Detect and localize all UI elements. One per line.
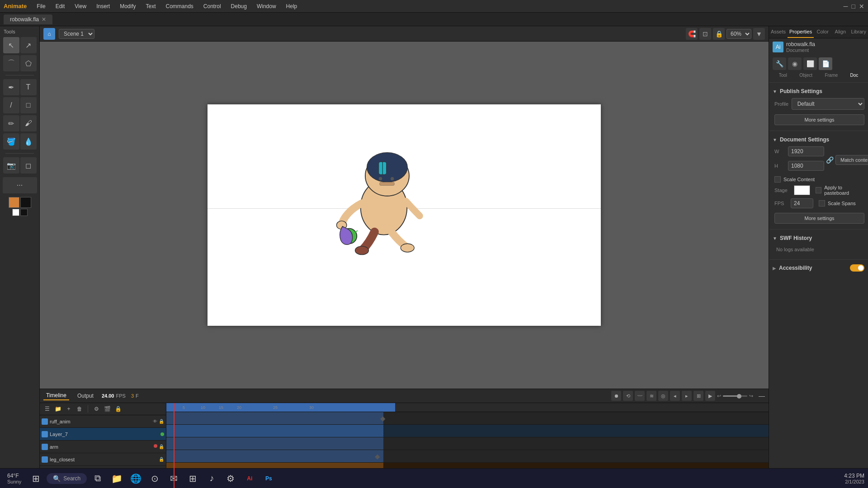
vis-icon-ruff[interactable]: 👁: [153, 419, 157, 424]
swf-history-header[interactable]: ▼ SWF History: [773, 235, 864, 241]
align-tab[interactable]: Align: [831, 26, 849, 38]
minimize-btn[interactable]: ─: [844, 3, 848, 10]
match-contents-btn[interactable]: Match contents: [835, 155, 868, 165]
layer-leg-closest[interactable]: leg_closest 🔒: [40, 453, 166, 466]
menu-help[interactable]: Help: [282, 2, 302, 10]
doc-settings-header[interactable]: ▼ Document Settings: [773, 136, 864, 143]
zoom-select[interactable]: 60%: [726, 29, 751, 39]
assets-tab[interactable]: Assets: [769, 26, 788, 38]
menu-insert[interactable]: Insert: [92, 2, 114, 10]
text-tool[interactable]: T: [20, 79, 37, 95]
width-input[interactable]: [788, 146, 824, 156]
eraser-tool[interactable]: ◻: [20, 157, 37, 174]
menu-window[interactable]: Window: [252, 2, 281, 10]
search-bar[interactable]: 🔍 Search: [47, 473, 87, 484]
add-folder-btn[interactable]: 📁: [53, 404, 62, 413]
publish-more-settings-btn[interactable]: More settings: [774, 114, 864, 125]
frame-tab[interactable]: ⬜: [803, 57, 817, 70]
more-tools[interactable]: ···: [3, 177, 37, 193]
lock-icon-arm[interactable]: 🔒: [159, 444, 164, 449]
eyedrop-tool[interactable]: 💧: [20, 133, 37, 150]
tl-ripple-btn[interactable]: ≋: [646, 391, 656, 401]
chrome-btn[interactable]: ⊙: [146, 470, 163, 487]
polygon-tool[interactable]: ⬠: [20, 55, 37, 71]
browser-btn[interactable]: 🌐: [127, 470, 144, 487]
apply-pasteboard-cb[interactable]: [816, 187, 821, 193]
doc-tab[interactable]: 📄: [819, 57, 832, 70]
lock-icon-leg[interactable]: 🔒: [159, 457, 164, 462]
close-btn[interactable]: ✕: [859, 3, 864, 10]
layer-layer7[interactable]: Layer_7: [40, 428, 166, 441]
timeline-tab[interactable]: Timeline: [43, 391, 69, 400]
tl-loop-btn[interactable]: ⟲: [623, 391, 633, 401]
pen-tool[interactable]: ✒: [3, 79, 19, 95]
playhead[interactable]: [174, 403, 175, 488]
tab-close-btn[interactable]: ✕: [42, 16, 46, 23]
scale-content-cb[interactable]: [774, 176, 781, 183]
properties-tab[interactable]: Properties: [788, 26, 814, 38]
menu-commands[interactable]: Commands: [161, 2, 198, 10]
height-input[interactable]: [788, 161, 824, 171]
profile-select[interactable]: Default: [792, 98, 864, 110]
menu-view[interactable]: View: [70, 2, 91, 10]
brush-tool[interactable]: 🖌: [20, 115, 37, 131]
camera-tool[interactable]: 📷: [3, 157, 19, 174]
settings-btn[interactable]: ⚙: [222, 470, 239, 487]
tl-play-btn[interactable]: ▶: [705, 391, 715, 401]
delete-layer-btn[interactable]: 🗑: [75, 404, 84, 413]
fit-btn[interactable]: ⊡: [699, 28, 711, 40]
tool-tab[interactable]: 🔧: [773, 57, 786, 70]
black-swatch[interactable]: [20, 209, 28, 216]
apps-btn[interactable]: ⊞: [184, 470, 201, 487]
tl-fwd-btn[interactable]: ▸: [682, 391, 692, 401]
start-btn[interactable]: ⊞: [28, 470, 44, 487]
zoom-slider[interactable]: [723, 395, 747, 397]
scene-selector[interactable]: Scene 1: [59, 29, 94, 39]
menu-debug[interactable]: Debug: [226, 2, 251, 10]
menu-modify[interactable]: Modify: [115, 2, 140, 10]
layer-ruff-anim[interactable]: ruff_anim 👁 🔒: [40, 415, 166, 428]
accessibility-section[interactable]: ▶ Accessibility: [769, 262, 868, 274]
tl-record-btn[interactable]: ⏺: [611, 391, 621, 401]
undo-icon[interactable]: ↩: [717, 393, 721, 399]
lock-btn[interactable]: 🔒: [713, 28, 725, 40]
pencil-tool[interactable]: ✏: [3, 115, 19, 131]
library-tab[interactable]: Library: [849, 26, 868, 38]
tl-easing-btn[interactable]: 〰: [635, 391, 645, 401]
scale-spans-cb[interactable]: [819, 200, 825, 206]
menu-edit[interactable]: Edit: [51, 2, 70, 10]
fps-input[interactable]: [791, 198, 813, 208]
fill-color-swatch[interactable]: [9, 197, 19, 208]
rect-tool[interactable]: □: [20, 97, 37, 113]
stroke-color-swatch[interactable]: [20, 197, 31, 208]
adobe-btn[interactable]: Ai: [241, 470, 258, 487]
tl-onion-btn[interactable]: ◎: [658, 391, 668, 401]
layer-props-btn[interactable]: ⚙: [92, 404, 101, 413]
select-tool[interactable]: ↖: [3, 37, 19, 53]
subselect-tool[interactable]: ↗: [20, 37, 37, 53]
snap-btn[interactable]: 🧲: [686, 28, 698, 40]
object-tab[interactable]: ◉: [788, 57, 802, 70]
tl-back-btn[interactable]: ◂: [670, 391, 680, 401]
spotify-btn[interactable]: ♪: [203, 470, 220, 487]
lasso-tool[interactable]: ⌒: [3, 55, 19, 71]
line-tool[interactable]: /: [3, 97, 19, 113]
timeline-minimize[interactable]: —: [759, 392, 765, 399]
lock-icon-ruff[interactable]: 🔒: [159, 419, 164, 424]
color-tab[interactable]: Color: [814, 26, 831, 38]
taskview-btn[interactable]: ⧉: [90, 470, 106, 487]
layer-anim-btn[interactable]: 🎬: [103, 404, 112, 413]
redo-icon[interactable]: ↪: [749, 393, 753, 399]
zoom-knob[interactable]: [737, 394, 741, 399]
paint-tool[interactable]: 🪣: [3, 133, 19, 150]
publish-settings-header[interactable]: ▼ Publish Settings: [773, 88, 864, 94]
file-tab[interactable]: robowalk.fla ✕: [4, 14, 52, 24]
layer-lock-btn[interactable]: 🔒: [113, 404, 123, 413]
tl-snap-btn[interactable]: ⊞: [693, 391, 703, 401]
menu-control[interactable]: Control: [199, 2, 226, 10]
layer-arm[interactable]: arm 🔒: [40, 441, 166, 453]
menu-text[interactable]: Text: [141, 2, 160, 10]
add-layer-btn[interactable]: +: [64, 404, 73, 413]
white-swatch[interactable]: [12, 209, 19, 216]
maximize-btn[interactable]: □: [852, 3, 855, 10]
